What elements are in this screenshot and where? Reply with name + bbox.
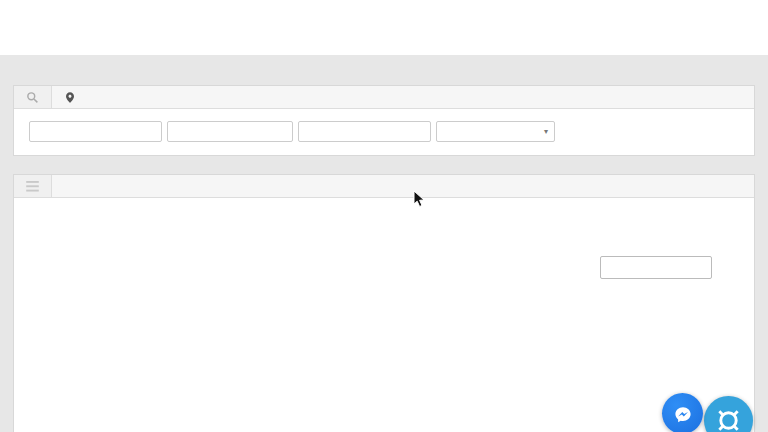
messenger-chat-button[interactable]: [662, 393, 703, 432]
search-result-panel: [13, 174, 755, 432]
search-form: ▾: [14, 109, 754, 155]
table-search-input[interactable]: [600, 256, 712, 279]
list-icon: [14, 175, 52, 197]
table-filter: [596, 256, 712, 279]
keyword-input[interactable]: [29, 121, 162, 142]
content-area: ▾: [0, 55, 768, 432]
category-field-group: ▾: [436, 117, 555, 142]
keyword-field-group: [29, 117, 162, 142]
category-select[interactable]: ▾: [436, 121, 555, 142]
location-search-panel: ▾: [13, 85, 755, 156]
chevron-down-icon: ▾: [544, 127, 548, 136]
radius-input[interactable]: [298, 121, 431, 142]
location-field-group: [167, 117, 293, 142]
results-panel-title: [52, 175, 64, 197]
lifebuoy-icon: [715, 407, 742, 432]
results-panel-header: [14, 175, 754, 198]
current-location-title: [52, 86, 76, 108]
map-pin-icon: [66, 92, 74, 103]
search-button[interactable]: [572, 121, 592, 142]
location-panel-header: [14, 86, 754, 109]
search-icon: [14, 86, 52, 108]
local-leads-search-page: ▾: [0, 0, 768, 432]
export-button[interactable]: [617, 121, 637, 142]
page-header: [0, 0, 768, 55]
messenger-icon: [672, 403, 694, 425]
radius-field-group: [298, 117, 431, 142]
location-input[interactable]: [167, 121, 293, 142]
